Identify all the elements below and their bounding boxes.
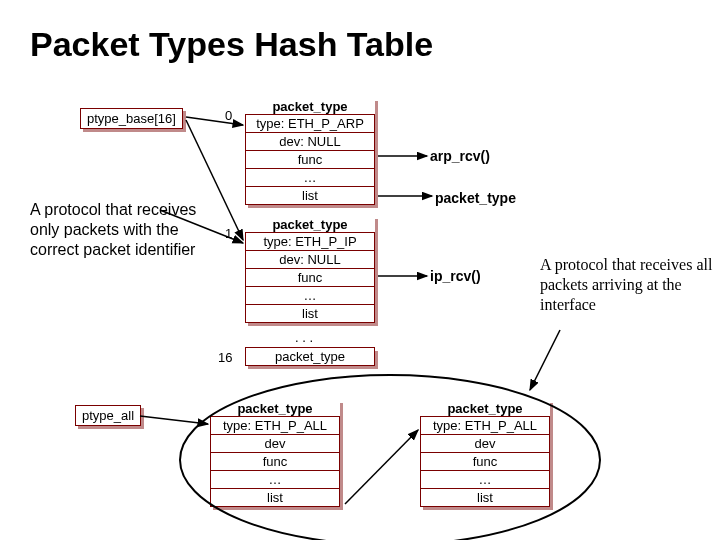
struct-all-left-title: packet_type — [210, 400, 340, 417]
struct-1-title: packet_type — [245, 216, 375, 233]
struct-0-dev: dev: NULL — [245, 132, 375, 151]
struct-all-right-list: list — [420, 488, 550, 507]
slot-16-cell: packet_type — [245, 347, 375, 366]
slot-dots: . . . — [295, 330, 313, 345]
note-right: A protocol that receives all packets arr… — [540, 255, 715, 315]
index-1: 1 — [225, 226, 232, 241]
struct-0-dots: … — [245, 168, 375, 187]
svg-line-8 — [345, 430, 418, 504]
struct-all-right-func: func — [420, 452, 550, 471]
index-0: 0 — [225, 108, 232, 123]
struct-all-right-dots: … — [420, 470, 550, 489]
struct-all-left: packet_type type: ETH_P_ALL dev func … l… — [210, 400, 340, 507]
struct-0-title: packet_type — [245, 98, 375, 115]
struct-1-type: type: ETH_P_IP — [245, 232, 375, 251]
struct-all-left-func: func — [210, 452, 340, 471]
ip-rcv-label: ip_rcv() — [430, 268, 481, 284]
struct-0-type: type: ETH_P_ARP — [245, 114, 375, 133]
svg-line-10 — [530, 330, 560, 390]
struct-0: packet_type type: ETH_P_ARP dev: NULL fu… — [245, 98, 375, 205]
packet-type-label-top: packet_type — [435, 190, 516, 206]
struct-all-right-title: packet_type — [420, 400, 550, 417]
struct-1-dots: … — [245, 286, 375, 305]
struct-1-dev: dev: NULL — [245, 250, 375, 269]
struct-0-list: list — [245, 186, 375, 205]
struct-1: packet_type type: ETH_P_IP dev: NULL fun… — [245, 216, 375, 323]
struct-0-func: func — [245, 150, 375, 169]
ptype-base-box: ptype_base[16] — [80, 108, 183, 129]
struct-all-right-dev: dev — [420, 434, 550, 453]
struct-all-left-dev: dev — [210, 434, 340, 453]
note-left: A protocol that receives only packets wi… — [30, 200, 215, 260]
struct-all-left-list: list — [210, 488, 340, 507]
struct-all-left-dots: … — [210, 470, 340, 489]
page-title: Packet Types Hash Table — [30, 25, 433, 64]
struct-all-left-type: type: ETH_P_ALL — [210, 416, 340, 435]
index-16: 16 — [218, 350, 232, 365]
struct-1-func: func — [245, 268, 375, 287]
struct-all-right-type: type: ETH_P_ALL — [420, 416, 550, 435]
ptype-all-box: ptype_all — [75, 405, 141, 426]
slot-16: packet_type — [245, 348, 375, 366]
svg-line-1 — [186, 117, 243, 125]
struct-all-right: packet_type type: ETH_P_ALL dev func … l… — [420, 400, 550, 507]
svg-line-3 — [140, 416, 208, 424]
arp-rcv-label: arp_rcv() — [430, 148, 490, 164]
struct-1-list: list — [245, 304, 375, 323]
